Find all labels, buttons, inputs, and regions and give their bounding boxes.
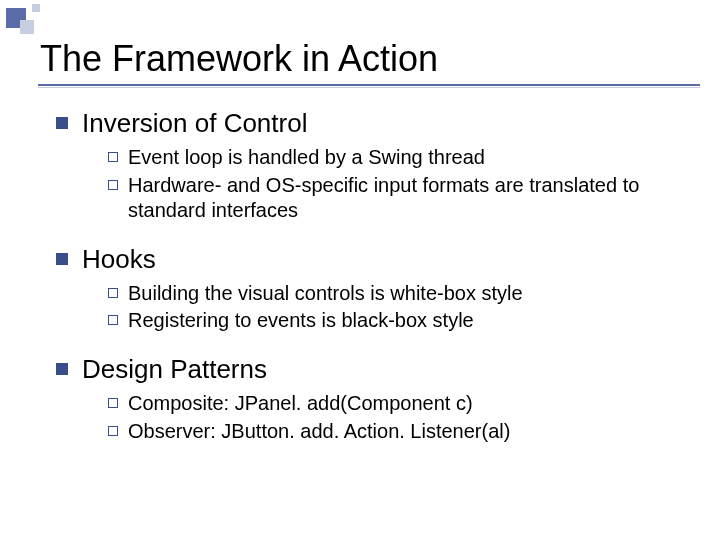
section-items: Building the visual controls is white-bo… [108,281,680,334]
item-text: Building the visual controls is white-bo… [128,281,680,307]
heading-text: Hooks [82,244,156,275]
hollow-square-bullet-icon [108,180,118,190]
section-items: Composite: JPanel. add(Component c) Obse… [108,391,680,444]
list-item: Event loop is handled by a Swing thread [108,145,680,171]
heading-text: Design Patterns [82,354,267,385]
list-item: Registering to events is black-box style [108,308,680,334]
item-text: Event loop is handled by a Swing thread [128,145,680,171]
slide-title: The Framework in Action [40,38,438,80]
list-item: Observer: JButton. add. Action. Listener… [108,419,680,445]
list-item: Hardware- and OS-specific input formats … [108,173,680,224]
hollow-square-bullet-icon [108,426,118,436]
section-heading: Hooks [56,244,680,275]
corner-decoration [0,0,150,40]
item-text: Registering to events is black-box style [128,308,680,334]
slide-body: Inversion of Control Event loop is handl… [56,108,680,464]
item-text: Composite: JPanel. add(Component c) [128,391,680,417]
list-item: Composite: JPanel. add(Component c) [108,391,680,417]
heading-text: Inversion of Control [82,108,307,139]
item-text: Hardware- and OS-specific input formats … [128,173,680,224]
title-rule-light [38,87,700,88]
list-item: Building the visual controls is white-bo… [108,281,680,307]
square-bullet-icon [56,253,68,265]
section-items: Event loop is handled by a Swing thread … [108,145,680,224]
section-heading: Inversion of Control [56,108,680,139]
hollow-square-bullet-icon [108,398,118,408]
square-bullet-icon [56,117,68,129]
item-text: Observer: JButton. add. Action. Listener… [128,419,680,445]
title-rule [38,84,700,86]
hollow-square-bullet-icon [108,152,118,162]
square-bullet-icon [56,363,68,375]
hollow-square-bullet-icon [108,315,118,325]
hollow-square-bullet-icon [108,288,118,298]
section-heading: Design Patterns [56,354,680,385]
